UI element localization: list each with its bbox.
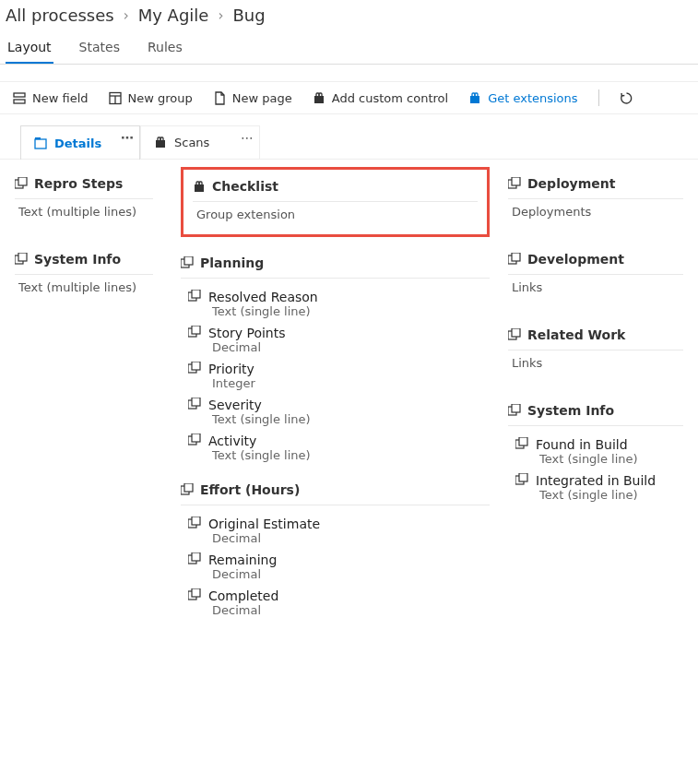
- field-row[interactable]: Resolved ReasonText (single line): [181, 282, 490, 318]
- group-system-info-3[interactable]: System Info: [508, 394, 683, 426]
- refresh-button[interactable]: [620, 91, 633, 105]
- group-checklist[interactable]: Checklist: [193, 170, 478, 202]
- field-row[interactable]: SeverityText (single line): [181, 390, 490, 426]
- nav-tabs: Layout States Rules: [0, 30, 698, 65]
- field-type: Text (single line): [208, 448, 311, 462]
- field-stack-icon: [515, 473, 528, 486]
- subtab-details[interactable]: Details ⋯: [20, 125, 140, 160]
- extension-icon: [154, 136, 167, 149]
- field-row[interactable]: CompletedDecimal: [181, 581, 490, 617]
- field-name: Completed: [208, 588, 278, 603]
- field-row[interactable]: Original EstimateDecimal: [181, 509, 490, 545]
- new-group-button[interactable]: New group: [109, 91, 193, 105]
- field-type: Text (single line): [536, 488, 656, 502]
- highlight-checklist: Checklist Group extension: [181, 167, 490, 237]
- extension-icon: [193, 180, 206, 194]
- extension-icon: [313, 91, 325, 105]
- field-stack-icon: [188, 434, 201, 446]
- more-icon[interactable]: ⋯: [241, 130, 254, 145]
- field-row[interactable]: Found in BuildText (single line): [508, 430, 683, 466]
- subtab-scans[interactable]: Scans ⋯: [140, 125, 260, 160]
- group-repro-steps[interactable]: Repro Steps: [15, 167, 153, 199]
- field-type: Integer: [208, 376, 255, 390]
- field-name: Integrated in Build: [536, 473, 656, 488]
- field-type: Text (single line): [208, 304, 318, 318]
- group-effort[interactable]: Effort (Hours): [181, 473, 490, 505]
- field-stack-icon: [15, 177, 28, 190]
- field-icon: [13, 91, 26, 105]
- field-type: Text (multiple lines): [15, 203, 153, 220]
- group-deployment[interactable]: Deployment: [508, 167, 683, 199]
- divider: [598, 89, 599, 106]
- field-row[interactable]: PriorityInteger: [181, 354, 490, 390]
- new-field-button[interactable]: New field: [13, 91, 89, 105]
- field-name: Priority: [208, 362, 255, 376]
- tab-icon: [34, 137, 47, 150]
- chevron-right-icon: ›: [218, 7, 223, 24]
- add-custom-control-button[interactable]: Add custom control: [313, 91, 448, 105]
- toolbar: New field New group New page Add custom …: [0, 81, 698, 114]
- get-extensions-link[interactable]: Get extensions: [468, 91, 577, 105]
- more-icon[interactable]: ⋯: [121, 130, 134, 145]
- breadcrumb-l2[interactable]: Bug: [232, 6, 265, 25]
- field-name: Activity: [208, 434, 311, 448]
- field-name: Story Points: [208, 326, 286, 340]
- column-2: Checklist Group extension Planning Resol…: [172, 167, 490, 617]
- field-name: Severity: [208, 398, 311, 412]
- field-name: Resolved Reason: [208, 290, 318, 304]
- field-type: Decimal: [208, 340, 286, 354]
- field-name: Original Estimate: [208, 517, 320, 531]
- field-stack-icon: [15, 253, 28, 266]
- page-icon: [213, 91, 226, 105]
- breadcrumb-root[interactable]: All processes: [6, 6, 114, 25]
- field-stack-icon: [515, 437, 528, 450]
- field-type: Text (single line): [536, 452, 638, 466]
- field-type: Text (multiple lines): [15, 279, 153, 296]
- checklist-sub: Group extension: [193, 206, 478, 223]
- field-stack-icon: [188, 588, 201, 601]
- field-type: Decimal: [208, 567, 277, 581]
- deployment-sub: Deployments: [508, 203, 683, 220]
- field-row[interactable]: ActivityText (single line): [181, 426, 490, 462]
- tab-states[interactable]: States: [77, 36, 122, 64]
- new-page-button[interactable]: New page: [213, 91, 292, 105]
- breadcrumb: All processes › My Agile › Bug: [0, 0, 698, 30]
- field-stack-icon: [508, 328, 521, 341]
- field-name: Remaining: [208, 552, 277, 567]
- group-development[interactable]: Development: [508, 243, 683, 275]
- tab-layout[interactable]: Layout: [6, 36, 53, 64]
- field-name: Found in Build: [536, 437, 638, 452]
- development-sub: Links: [508, 279, 683, 296]
- field-stack-icon: [188, 326, 201, 339]
- field-stack-icon: [188, 290, 201, 303]
- tab-rules[interactable]: Rules: [146, 36, 184, 64]
- breadcrumb-l1[interactable]: My Agile: [138, 6, 209, 25]
- field-stack-icon: [508, 177, 521, 190]
- field-row[interactable]: Integrated in BuildText (single line): [508, 466, 683, 502]
- field-type: Decimal: [208, 603, 278, 617]
- extension-icon: [468, 91, 481, 105]
- field-stack-icon: [508, 253, 521, 266]
- field-row[interactable]: Story PointsDecimal: [181, 318, 490, 354]
- column-3: Deployment Deployments Development Links…: [508, 167, 683, 617]
- related-sub: Links: [508, 354, 683, 372]
- field-row[interactable]: RemainingDecimal: [181, 545, 490, 581]
- group-icon: [109, 91, 122, 105]
- field-stack-icon: [188, 517, 201, 529]
- field-stack-icon: [181, 483, 194, 496]
- field-stack-icon: [508, 404, 521, 417]
- field-stack-icon: [188, 362, 201, 374]
- field-stack-icon: [181, 256, 194, 269]
- refresh-icon: [620, 91, 633, 105]
- field-type: Text (single line): [208, 412, 311, 426]
- group-planning[interactable]: Planning: [181, 246, 490, 279]
- group-system-info[interactable]: System Info: [15, 243, 153, 275]
- column-1: Repro Steps Text (multiple lines) System…: [15, 167, 153, 617]
- group-related-work[interactable]: Related Work: [508, 318, 683, 350]
- layout-columns: Repro Steps Text (multiple lines) System…: [0, 159, 698, 624]
- field-type: Decimal: [208, 531, 320, 545]
- chevron-right-icon: ›: [124, 7, 129, 24]
- page-tabs: Details ⋯ Scans ⋯: [0, 125, 698, 160]
- field-stack-icon: [188, 552, 201, 565]
- field-stack-icon: [188, 398, 201, 410]
